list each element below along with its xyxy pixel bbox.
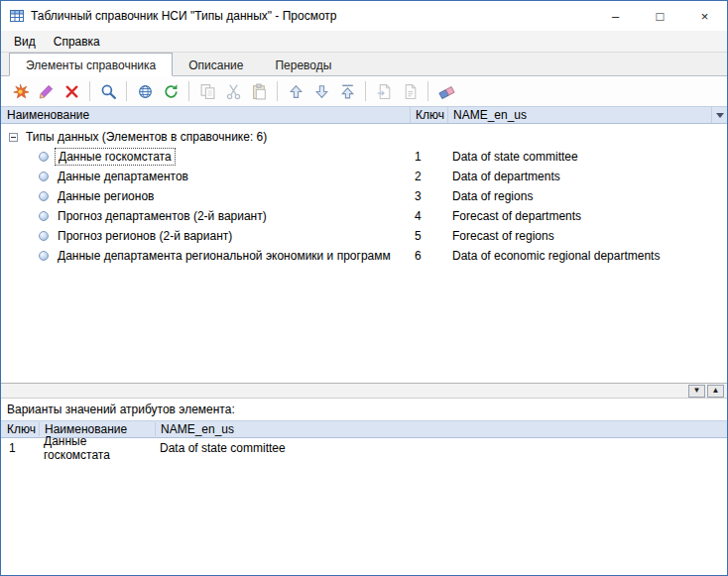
menu-help[interactable]: Справка	[45, 33, 109, 51]
header-dropdown-button[interactable]	[711, 107, 727, 123]
tree-item-name-en: Data of regions	[452, 189, 533, 203]
element-bullet-icon	[39, 172, 49, 181]
tree-root-row[interactable]: Типы данных (Элементов в справочнике: 6)	[1, 127, 727, 147]
expand-panel-button[interactable]: ▲	[707, 385, 724, 398]
table-row[interactable]: 1 Данные госкомстата Data of state commi…	[1, 438, 727, 458]
column-header-name[interactable]: Наименование	[1, 107, 410, 123]
maximize-button[interactable]: □	[638, 1, 682, 31]
tree-item-name-en: Forecast of departments	[452, 209, 581, 223]
edit-element-button[interactable]	[33, 79, 59, 103]
close-button[interactable]: ×	[682, 1, 727, 31]
tree-item-key: 2	[415, 170, 422, 183]
copy-button[interactable]	[194, 79, 220, 103]
toolbar-separator	[188, 81, 189, 101]
add-element-button[interactable]	[7, 79, 33, 103]
tree-row[interactable]: Данные регионов 3 Data of regions	[1, 186, 727, 206]
tree-item-name-en: Data of departments	[452, 170, 560, 183]
attributes-table: 1 Данные госкомстата Data of state commi…	[1, 438, 727, 575]
tree-item-label: Данные госкомстата	[55, 148, 176, 166]
tree-row[interactable]: Данные департамента региональной экономи…	[1, 246, 727, 266]
tree-item-key: 4	[415, 209, 422, 223]
check-reference-button[interactable]	[132, 79, 158, 103]
toolbar-separator	[89, 81, 90, 101]
attributes-panel-label: Варианты значений атрибутов элемента:	[1, 399, 727, 420]
tree-grid-header: Наименование Ключ NAME_en_us	[1, 106, 727, 124]
tree-row[interactable]: Данные департаментов 2 Data of departmen…	[1, 167, 727, 186]
cut-button[interactable]	[220, 79, 246, 103]
globe-icon	[137, 83, 154, 100]
tab-description[interactable]: Описание	[173, 55, 259, 75]
element-bullet-icon	[39, 211, 49, 221]
copy-icon	[199, 83, 216, 100]
tree-row[interactable]: Данные госкомстата 1 Data of state commi…	[1, 147, 727, 167]
arrow-up-icon	[288, 83, 304, 100]
move-down-button[interactable]	[308, 79, 334, 103]
tree-item-label: Данные департамента региональной экономи…	[55, 248, 394, 264]
arrow-top-icon	[339, 83, 356, 100]
tree-item-key: 5	[415, 229, 422, 243]
tree-item-name-en: Data of state committee	[452, 150, 578, 164]
search-button[interactable]	[95, 79, 121, 103]
menu-view[interactable]: Вид	[5, 33, 45, 51]
collapse-panel-button[interactable]: ▼	[688, 385, 705, 398]
titlebar: Табличный справочник НСИ "Типы данных" -…	[1, 1, 727, 31]
tree-item-name-en: Data of economic regional departments	[452, 249, 660, 263]
tree-item-label: Данные регионов	[55, 188, 157, 204]
tree-item-key: 6	[415, 249, 422, 263]
delete-element-button[interactable]	[59, 79, 84, 103]
import-button[interactable]	[371, 79, 397, 103]
window-title: Табличный справочник НСИ "Типы данных" -…	[31, 9, 593, 23]
toolbar-separator	[277, 81, 278, 101]
tab-elements[interactable]: Элементы справочника	[9, 53, 173, 76]
app-window: Табличный справочник НСИ "Типы данных" -…	[0, 0, 728, 576]
paste-button[interactable]	[246, 79, 272, 103]
search-icon	[100, 83, 117, 100]
refresh-button[interactable]	[158, 79, 183, 103]
delete-x-icon	[63, 83, 80, 100]
collapse-expander-icon[interactable]	[9, 133, 18, 142]
element-bullet-icon	[39, 231, 49, 241]
column-header-name-en[interactable]: NAME_en_us	[447, 107, 711, 123]
tabstrip: Элементы справочника Описание Переводы	[1, 53, 727, 76]
column-header-name-en[interactable]: NAME_en_us	[155, 422, 727, 436]
row-name: Данные госкомстата	[39, 434, 155, 462]
toolbar	[1, 76, 727, 106]
toolbar-separator	[126, 81, 127, 101]
tree-item-key: 1	[415, 150, 422, 164]
tree-root-label: Типы данных (Элементов в справочнике: 6)	[23, 129, 270, 145]
column-header-key[interactable]: Ключ	[1, 422, 39, 436]
move-top-button[interactable]	[334, 79, 360, 103]
tree-item-key: 3	[415, 189, 422, 203]
tree-item-label: Прогноз департаментов (2-й вариант)	[55, 208, 270, 224]
chevron-down-icon	[716, 113, 724, 118]
minimize-button[interactable]: –	[593, 1, 638, 31]
pencil-icon	[38, 83, 55, 100]
move-up-button[interactable]	[283, 79, 308, 103]
panel-splitter[interactable]: ▼ ▲	[1, 383, 727, 399]
scissors-icon	[225, 83, 242, 100]
eraser-icon	[438, 83, 455, 100]
column-header-key[interactable]: Ключ	[410, 107, 447, 123]
app-icon	[9, 8, 25, 24]
tree-row[interactable]: Прогноз регионов (2-й вариант) 5 Forecas…	[1, 226, 727, 246]
new-star-icon	[12, 83, 29, 100]
export-file-icon	[402, 83, 419, 100]
import-file-icon	[376, 83, 393, 100]
tree-row[interactable]: Прогноз департаментов (2-й вариант) 4 Fo…	[1, 206, 727, 226]
clear-button[interactable]	[433, 79, 459, 103]
export-button[interactable]	[397, 79, 423, 103]
tree-item-label: Данные департаментов	[55, 169, 191, 184]
element-bullet-icon	[39, 251, 49, 261]
clipboard-icon	[251, 83, 268, 100]
element-bullet-icon	[39, 152, 49, 162]
tree-item-name-en: Forecast of regions	[452, 229, 554, 243]
refresh-icon	[163, 83, 180, 100]
elements-tree: Типы данных (Элементов в справочнике: 6)…	[1, 124, 727, 383]
row-name-en: Data of state committee	[155, 441, 727, 455]
toolbar-separator	[427, 81, 428, 101]
toolbar-separator	[365, 81, 366, 101]
tree-item-label: Прогноз регионов (2-й вариант)	[55, 228, 235, 244]
tab-translations[interactable]: Переводы	[259, 55, 347, 75]
element-bullet-icon	[39, 191, 49, 201]
row-key: 1	[1, 441, 39, 455]
